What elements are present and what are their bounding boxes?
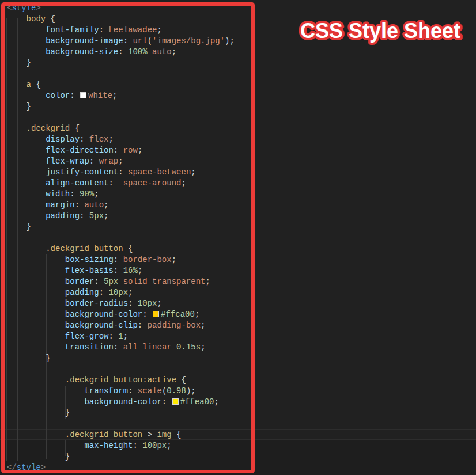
code-line [7, 419, 235, 430]
code-token [7, 255, 65, 264]
code-token: ; [195, 310, 199, 319]
code-token: ; [104, 200, 108, 210]
code-line: body { [7, 14, 235, 25]
code-token: .deckgrid button [65, 430, 142, 439]
code-token: row [123, 146, 138, 155]
code-token: Leelawadee [108, 25, 157, 35]
code-token: : [118, 47, 128, 56]
code-token [7, 430, 65, 439]
code-token [7, 299, 65, 308]
code-token: justify-content [46, 168, 118, 177]
color-swatch[interactable] [80, 92, 86, 98]
code-token: > [142, 430, 157, 439]
code-token: border [65, 277, 94, 286]
code-token [7, 124, 27, 133]
code-token [7, 211, 46, 221]
code-token: : [108, 178, 123, 188]
code-line: flex-wrap: wrap; [7, 156, 235, 167]
code-token: } [7, 58, 31, 67]
code-token: ; [201, 343, 205, 352]
code-line: .deckgrid button:active { [7, 375, 235, 386]
code-token: 'images/bg.jpg' [152, 36, 225, 45]
code-line: } [7, 408, 235, 419]
code-line: max-height: 100px; [7, 440, 235, 451]
code-token: 10px [138, 299, 157, 308]
code-line: background-color: #ffea00; [7, 397, 235, 408]
code-token: : [114, 343, 123, 352]
code-token: 100px [142, 441, 167, 450]
code-token: space-between [128, 168, 191, 177]
code-line: transform: scale(0.98); [7, 386, 235, 397]
code-token: } [7, 354, 51, 363]
code-token: ; [181, 178, 186, 188]
code-line: display: flex; [7, 134, 235, 145]
code-token: ; [201, 321, 205, 330]
code-token: ; [191, 386, 195, 396]
code-token: background-image [46, 36, 123, 45]
code-line: margin: auto; [7, 200, 235, 211]
code-line: width: 90%; [7, 189, 235, 200]
code-line: padding: 5px; [7, 211, 235, 222]
code-editor[interactable]: <style> body { font-family: Leelawadee; … [7, 3, 235, 473]
code-token: 10px [108, 288, 128, 297]
code-token [7, 277, 65, 286]
code-line: .deckgrid button > img { [7, 430, 235, 440]
code-token: ; [230, 36, 235, 45]
code-token [7, 168, 46, 177]
code-token: 0.15s [176, 343, 201, 352]
code-line: background-color: #ffca00; [7, 309, 235, 320]
code-token: ; [94, 189, 99, 199]
code-token: align-content [46, 178, 108, 188]
code-token: : [114, 255, 123, 264]
code-token [148, 277, 152, 286]
code-token: ; [191, 168, 195, 177]
code-token [7, 244, 46, 253]
code-token: box-sizing [65, 255, 114, 264]
code-token: flex-wrap [46, 157, 89, 166]
code-token: { [123, 244, 133, 253]
code-token: a [27, 80, 31, 89]
code-token: ; [172, 47, 176, 56]
code-token: ; [206, 277, 210, 286]
code-token: .deckgrid button:active [65, 375, 176, 385]
code-token: background-color [84, 397, 161, 406]
code-token: : [114, 146, 123, 155]
code-token [7, 266, 65, 275]
code-token: padding-box [148, 321, 201, 330]
code-token: flex-direction [46, 146, 114, 155]
code-token: 90% [80, 189, 94, 199]
code-token: width [46, 189, 70, 199]
code-token: background-color [65, 310, 142, 319]
code-line: font-family: Leelawadee; [7, 25, 235, 36]
code-token [7, 25, 46, 35]
color-swatch[interactable] [153, 311, 159, 317]
code-line: .deckgrid button { [7, 244, 235, 254]
code-token: ; [112, 91, 117, 100]
code-token: { [172, 430, 182, 439]
code-token: space-around [123, 178, 182, 188]
code-token: { [31, 80, 41, 89]
code-token: style [12, 3, 36, 13]
code-line: flex-basis: 16%; [7, 265, 235, 276]
code-token [7, 200, 46, 210]
color-swatch[interactable] [172, 398, 179, 405]
code-token: ) [225, 36, 229, 45]
code-token: body [27, 14, 46, 24]
code-token: : [138, 321, 148, 330]
code-token: #ffca00 [161, 310, 195, 319]
code-line: color: white; [7, 90, 235, 101]
code-line [7, 233, 235, 244]
code-token [7, 189, 46, 199]
code-token: ; [167, 441, 171, 450]
code-token: : [123, 36, 133, 45]
code-token: ; [128, 288, 133, 297]
code-line: background-size: 100% auto; [7, 47, 235, 58]
code-token: scale [138, 386, 162, 396]
code-token: linear [142, 343, 171, 352]
code-token: : [70, 91, 80, 100]
code-token: 0.98 [167, 386, 186, 396]
code-token: : [99, 25, 109, 35]
code-token: .deckgrid button [46, 244, 123, 253]
code-token: border-radius [65, 299, 128, 308]
code-token: 5px [89, 211, 104, 221]
